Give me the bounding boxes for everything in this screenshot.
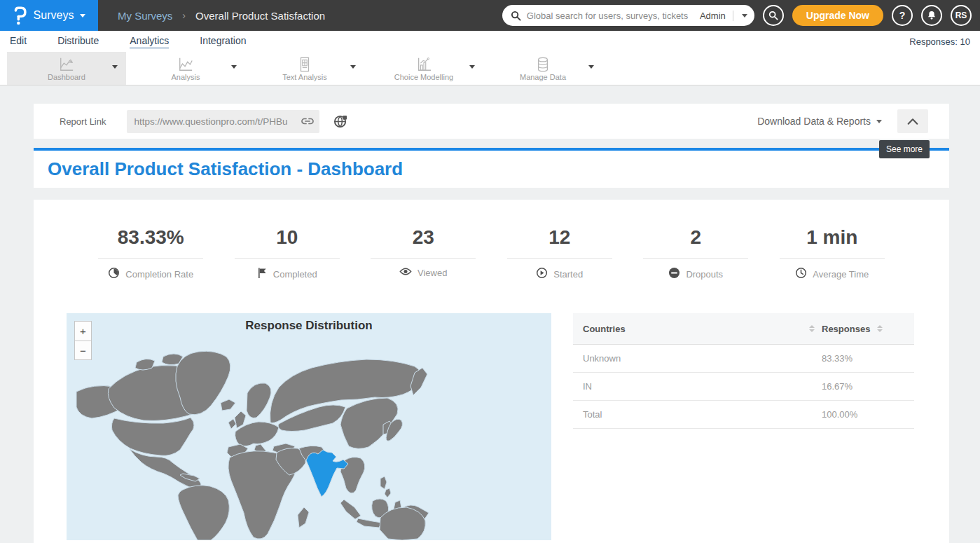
divider [98,258,203,259]
question-mark-icon: ? [899,10,906,21]
questionpro-logo-icon [13,6,27,25]
global-search-box[interactable]: Admin [502,5,754,26]
stat-label: Dropouts [686,269,723,280]
country-cell: Unknown [583,353,822,364]
countries-table: Countries Responses Unknown 83.33% IN 16 [573,313,914,540]
tab-manage-data-dropdown-icon[interactable] [588,65,594,69]
tab-dashboard[interactable]: Dashboard [7,52,126,85]
tab-analysis[interactable]: Analysis [126,52,245,85]
nav-integration[interactable]: Integration [200,35,246,48]
responses-cell: 100.00% [822,409,904,420]
page-title: Overall Product Satisfaction - Dashboard [48,158,403,180]
stat-label: Average Time [813,269,869,280]
tab-choice-modelling[interactable]: Choice Modelling [364,52,483,85]
stats-row: 83.33% Completion Rate 10 Completed 23 [34,226,949,281]
collapse-toolbar-button[interactable] [897,109,928,133]
stat-value: 12 [492,226,628,249]
map-usa [111,418,194,455]
map-zoom-out-button[interactable]: − [74,341,92,360]
nav-analytics[interactable]: Analytics [130,35,169,48]
map-philippines [385,488,391,497]
report-actions: Download Data & Reports [757,109,928,133]
response-distribution-map[interactable]: Response Distribution + − [67,313,551,540]
countries-column-header[interactable]: Countries [583,324,626,334]
dashboard-chart-icon [57,55,76,72]
title-card: Overall Product Satisfaction - Dashboard [34,151,949,188]
sort-icon[interactable] [877,325,883,332]
stat-value: 83.33% [83,226,219,249]
tab-label: Manage Data [520,73,566,81]
chevron-down-icon [80,14,85,18]
global-search-input[interactable] [527,11,694,21]
world-map[interactable] [67,313,551,540]
tab-text-analysis[interactable]: Text Analysis [245,52,364,85]
country-cell: IN [583,381,822,392]
map-zoom-in-button[interactable]: + [74,321,92,341]
bell-icon [926,10,937,21]
globe-privacy-icon[interactable] [333,114,348,129]
topbar-actions: Admin Upgrade Now ? RS [502,5,980,26]
search-icon [511,11,521,21]
countries-table-header: Countries Responses [573,313,914,345]
download-label: Download Data & Reports [757,116,871,127]
app-logo-surveys-menu[interactable]: Surveys [0,0,98,31]
tab-label: Dashboard [48,73,85,81]
report-url-input[interactable] [134,116,298,127]
stat-completion-rate: 83.33% Completion Rate [83,226,219,281]
search-scope-label: Admin [700,11,733,21]
map-south-america [178,486,229,540]
upgrade-now-button[interactable]: Upgrade Now [792,5,883,26]
tab-analysis-dropdown-icon[interactable] [231,65,237,69]
stat-value: 2 [628,226,764,249]
stat-label: Completed [273,269,317,280]
dashboard-card: 83.33% Completion Rate 10 Completed 23 [34,200,949,543]
responses-count: Responses: 10 [909,36,970,47]
divider [643,258,748,259]
nav-edit[interactable]: Edit [10,35,27,48]
report-link-field[interactable] [127,110,319,133]
survey-nav-bar: Edit Distribute Analytics Integration Re… [0,31,980,52]
map-philippines [380,476,387,489]
choice-modelling-chart-icon [415,55,433,72]
nav-distribute[interactable]: Distribute [57,35,99,48]
stat-value: 1 min [764,226,901,249]
tab-manage-data[interactable]: Manage Data [483,52,602,85]
tab-dashboard-dropdown-icon[interactable] [112,65,118,69]
tab-label: Text Analysis [282,73,327,81]
eye-icon [399,267,412,278]
map-title: Response Distribution [67,319,551,333]
stat-value: 10 [219,226,356,249]
stat-viewed: 23 Viewed [355,226,492,281]
tab-choice-modelling-dropdown-icon[interactable] [469,65,475,69]
table-row: IN 16.67% [573,373,914,401]
stat-dropouts: 2 Dropouts [628,226,764,281]
map-scandinavia [247,383,271,418]
breadcrumb-separator: › [182,10,186,21]
stat-completed: 10 Completed [219,226,356,281]
responses-column-header[interactable]: Responses [822,324,870,334]
notifications-button[interactable] [921,5,942,26]
main-content: Report Link Download Data & Reports See … [0,85,980,543]
search-scope-dropdown-icon[interactable] [742,14,747,18]
top-bar: Surveys My Surveys › Overall Product Sat… [0,0,980,31]
responses-cell: 83.33% [822,353,904,364]
map-sumatra [340,500,361,519]
country-cell: Total [583,409,822,420]
stat-value: 23 [355,226,492,249]
sort-icon[interactable] [809,325,815,332]
avatar[interactable]: RS [951,5,972,26]
breadcrumb-my-surveys[interactable]: My Surveys [118,10,172,22]
tab-text-analysis-dropdown-icon[interactable] [350,65,356,69]
manage-data-database-icon [534,55,551,72]
divider [235,258,340,259]
search-button[interactable] [763,5,784,26]
tab-label: Choice Modelling [394,73,453,81]
stat-started: 12 Started [492,226,628,281]
table-row: Unknown 83.33% [573,345,914,373]
stat-average-time: 1 min Average Time [764,226,901,281]
play-circle-icon [536,267,548,281]
download-data-reports-dropdown[interactable]: Download Data & Reports [757,116,882,127]
help-button[interactable]: ? [892,5,913,26]
tab-label: Analysis [172,73,200,81]
viz-row: Response Distribution + − [34,313,949,540]
